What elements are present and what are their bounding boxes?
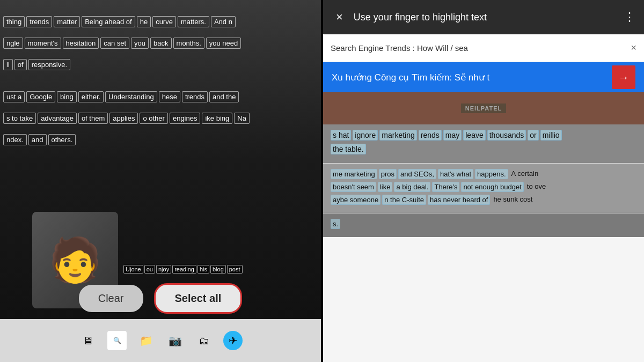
header-title: Use your finger to highlight text bbox=[354, 12, 617, 23]
word-box: Being ahead of bbox=[82, 16, 135, 27]
highlighted-word: leave bbox=[463, 130, 485, 141]
word-box: his bbox=[197, 265, 209, 274]
translation-bar: Xu hướng Công cụ Tìm kiếm: Sẽ như t → bbox=[323, 62, 644, 92]
word-box: hesitation bbox=[63, 38, 99, 49]
text-section-2: me marketing pros and SEOs, hat's what h… bbox=[323, 164, 644, 213]
word-box: And n bbox=[211, 16, 236, 27]
translation-arrow-button[interactable]: → bbox=[612, 65, 635, 89]
word-row-6: ndex. and others. bbox=[0, 134, 321, 145]
highlighted-word: me marketing bbox=[331, 169, 377, 179]
search-bar: Search Engine Trends : How Will / sea × bbox=[323, 34, 644, 62]
word-box: either. bbox=[78, 91, 104, 102]
word-box: moment's bbox=[25, 38, 61, 49]
highlighted-word: not enough budget bbox=[461, 182, 523, 192]
word-box: can set bbox=[100, 38, 129, 49]
word-box: engines bbox=[170, 113, 201, 124]
plain-word: to ove bbox=[525, 182, 547, 192]
highlighted-word: or bbox=[528, 130, 538, 141]
word-row-4: ust a Google bing either. Understanding … bbox=[0, 91, 321, 102]
text-section-3: s. bbox=[323, 213, 644, 237]
word-box: Google bbox=[26, 91, 55, 102]
word-box: advantage bbox=[38, 113, 77, 124]
highlighted-word: aybe someone bbox=[331, 195, 380, 205]
word-row-1: thing trends matter Being ahead of he cu… bbox=[0, 16, 321, 27]
highlighted-word: like bbox=[378, 182, 393, 192]
highlighted-word: There's bbox=[432, 182, 459, 192]
left-panel: thing trends matter Being ahead of he cu… bbox=[0, 0, 321, 362]
word-box: applies bbox=[109, 113, 138, 124]
word-box: thing bbox=[3, 16, 25, 27]
highlighted-word: s hat bbox=[331, 130, 351, 141]
word-box: ust a bbox=[3, 91, 25, 102]
taskbar-telegram-icon[interactable]: ✈ bbox=[223, 331, 243, 350]
word-box: responsive. bbox=[28, 59, 70, 70]
clear-button[interactable]: Clear bbox=[79, 285, 143, 312]
word-box: ou bbox=[144, 265, 155, 274]
text-section-1: s hat ignore marketing rends may leave t… bbox=[323, 124, 644, 163]
word-box: ll bbox=[3, 59, 13, 70]
neil-patel-image-area: NEILPATEL bbox=[323, 92, 644, 124]
taskbar-monitor-icon[interactable]: 🖥 bbox=[78, 331, 98, 350]
word-box: curve bbox=[152, 16, 176, 27]
plain-word: A certain bbox=[510, 169, 540, 179]
text-line: aybe someone n the C-suite has never hea… bbox=[331, 195, 636, 205]
highlighted-word: rends bbox=[419, 130, 442, 141]
word-row-3: ll of responsive. bbox=[0, 59, 321, 70]
word-box: and the bbox=[209, 91, 239, 102]
word-box: trends bbox=[26, 16, 52, 27]
word-box: matter bbox=[54, 16, 80, 27]
taskbar-apps-icon[interactable]: 🗂 bbox=[194, 331, 214, 350]
highlight-line: the table. bbox=[331, 144, 636, 154]
taskbar-camera-icon[interactable]: 📷 bbox=[165, 331, 185, 350]
word-box: njoy bbox=[156, 265, 171, 274]
highlight-line: s hat ignore marketing rends may leave t… bbox=[331, 130, 636, 141]
word-box: blog bbox=[210, 265, 226, 274]
word-box: o other bbox=[140, 113, 167, 124]
word-box: of them bbox=[78, 113, 108, 124]
highlighted-word: and SEOs, bbox=[398, 169, 436, 179]
word-box: you bbox=[131, 38, 149, 49]
search-bar-text: Search Engine Trends : How Will / sea bbox=[331, 43, 626, 53]
highlighted-word: has never heard of bbox=[428, 195, 490, 205]
search-close-button[interactable]: × bbox=[631, 42, 636, 54]
highlighted-word: millio bbox=[540, 130, 562, 141]
select-all-button[interactable]: Select all bbox=[154, 283, 243, 314]
word-box: ike bing bbox=[202, 113, 232, 124]
word-box: hese bbox=[159, 91, 180, 102]
word-box: ndex. bbox=[3, 134, 27, 145]
text-line: me marketing pros and SEOs, hat's what h… bbox=[331, 169, 636, 179]
highlighted-word: may bbox=[443, 130, 462, 141]
word-box: post bbox=[227, 265, 243, 274]
word-box: you need bbox=[206, 38, 241, 49]
neil-patel-badge: NEILPATEL bbox=[461, 104, 506, 113]
highlighted-word: boesn't seem bbox=[331, 182, 376, 192]
word-box: he bbox=[137, 16, 151, 27]
arrow-icon: → bbox=[618, 71, 629, 84]
action-buttons: Clear Select all bbox=[0, 283, 321, 314]
taskbar-folder-icon[interactable]: 📁 bbox=[136, 331, 156, 350]
highlighted-word: happens. bbox=[475, 169, 508, 179]
word-row-5: s to take advantage of them applies o ot… bbox=[0, 113, 321, 124]
word-box: reading bbox=[172, 265, 196, 274]
word-box: trends bbox=[182, 91, 208, 102]
plain-word: he sunk cost bbox=[492, 195, 534, 205]
text-line: s. bbox=[331, 219, 636, 229]
word-box: others. bbox=[48, 134, 76, 145]
word-box: months. bbox=[173, 38, 204, 49]
highlighted-word: marketing bbox=[379, 130, 416, 141]
word-box: back bbox=[150, 38, 171, 49]
word-box: bing bbox=[57, 91, 77, 102]
header-close-button[interactable]: × bbox=[332, 8, 347, 26]
taskbar-search-icon[interactable]: 🔍 bbox=[107, 331, 127, 350]
highlighted-word: ignore bbox=[353, 130, 378, 141]
highlighted-word: n the C-suite bbox=[382, 195, 426, 205]
person-text-overlay: Ujone ou njoy reading his blog post bbox=[123, 265, 243, 274]
word-box: ngle bbox=[3, 38, 23, 49]
word-box: matters. bbox=[178, 16, 209, 27]
header-menu-button[interactable]: ⋮ bbox=[624, 10, 635, 24]
highlighted-word: a big deal. bbox=[394, 182, 430, 192]
word-box: Understanding bbox=[105, 91, 157, 102]
word-box: of bbox=[14, 59, 27, 70]
word-box: and bbox=[28, 134, 47, 145]
word-box: Na bbox=[234, 113, 250, 124]
